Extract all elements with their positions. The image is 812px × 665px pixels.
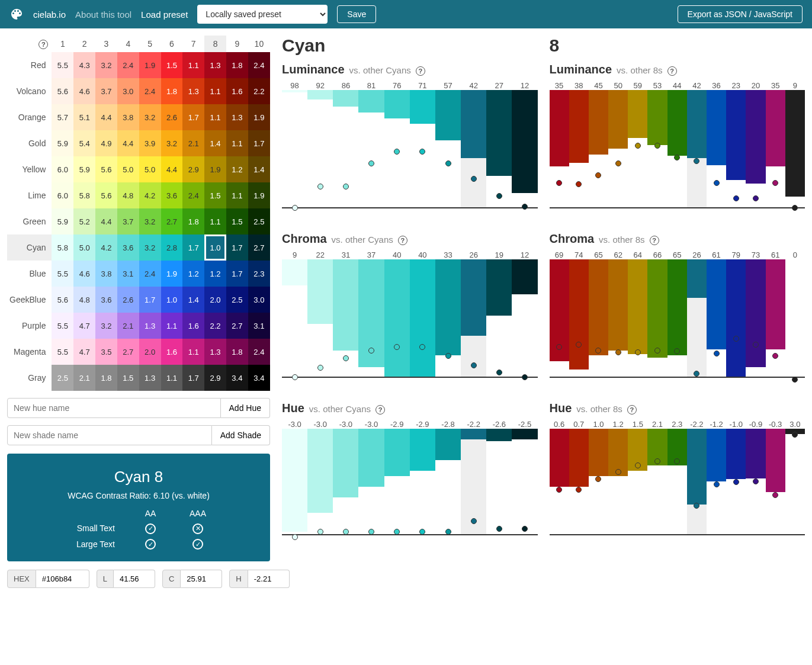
grid-cell[interactable]: 3.4 [248, 365, 270, 391]
grid-cell[interactable]: 1.3 [204, 52, 226, 78]
help-icon[interactable]: ? [416, 66, 425, 76]
grid-cell[interactable]: 1.7 [226, 234, 248, 261]
col-header[interactable]: 3 [95, 36, 117, 52]
grid-cell[interactable]: 1.8 [226, 52, 248, 78]
grid-cell[interactable]: 2.1 [182, 130, 204, 156]
grid-cell[interactable]: 4.6 [73, 261, 95, 287]
chart-bar[interactable] [307, 90, 333, 207]
grid-cell[interactable]: 1.1 [204, 208, 226, 234]
new-hue-input[interactable] [7, 398, 221, 418]
grid-cell[interactable]: 4.8 [117, 182, 139, 208]
chart-bar[interactable] [726, 429, 746, 534]
chart-bar[interactable] [358, 90, 384, 207]
help-icon[interactable]: ? [650, 236, 659, 245]
grid-cell[interactable]: 5.5 [52, 261, 73, 287]
grid-cell[interactable]: 3.0 [117, 78, 139, 104]
col-header[interactable]: 7 [182, 36, 204, 52]
grid-cell[interactable]: 2.4 [117, 52, 139, 78]
grid-cell[interactable]: 1.4 [204, 130, 226, 156]
row-label[interactable]: GeekBlue [7, 287, 52, 313]
grid-cell[interactable]: 3.6 [95, 287, 117, 313]
col-header[interactable]: 6 [161, 36, 183, 52]
grid-cell[interactable]: 1.5 [117, 365, 139, 391]
add-shade-button[interactable]: Add Shade [212, 425, 270, 445]
grid-cell[interactable]: 5.6 [95, 182, 117, 208]
chart-bar[interactable] [384, 90, 410, 207]
chart-bar[interactable] [307, 429, 333, 534]
chart-bar[interactable] [589, 429, 608, 534]
grid-cell[interactable]: 2.4 [139, 261, 161, 287]
grid-cell[interactable]: 1.3 [182, 78, 204, 104]
grid-cell[interactable]: 1.8 [182, 208, 204, 234]
chart-bar[interactable] [687, 90, 707, 207]
grid-cell[interactable]: 1.1 [161, 365, 183, 391]
chart-bar[interactable] [687, 259, 707, 377]
chart-bar[interactable] [512, 259, 537, 377]
chart-bar[interactable] [358, 429, 384, 534]
grid-cell[interactable]: 5.6 [95, 156, 117, 182]
row-label[interactable]: Magenta [7, 339, 52, 365]
grid-cell[interactable]: 2.4 [248, 52, 270, 78]
chart-bar[interactable] [707, 90, 726, 207]
grid-cell[interactable]: 2.0 [204, 287, 226, 313]
chart-bar[interactable] [785, 90, 805, 207]
chart-bar[interactable] [569, 429, 589, 534]
grid-cell[interactable]: 1.5 [226, 208, 248, 234]
chart-bar[interactable] [766, 90, 785, 207]
row-label[interactable]: Blue [7, 261, 52, 287]
chart-bar[interactable] [746, 90, 765, 207]
row-label[interactable]: Volcano [7, 78, 52, 104]
grid-cell[interactable]: 5.2 [73, 208, 95, 234]
grid-cell[interactable]: 3.2 [139, 104, 161, 130]
row-label[interactable]: Lime [7, 182, 52, 208]
grid-cell[interactable]: 4.4 [95, 104, 117, 130]
grid-cell[interactable]: 1.9 [161, 261, 183, 287]
col-header[interactable]: 10 [248, 36, 270, 52]
chart-bar[interactable] [384, 429, 410, 534]
grid-cell[interactable]: 1.2 [204, 261, 226, 287]
grid-cell[interactable]: 1.1 [204, 78, 226, 104]
grid-cell[interactable]: 3.6 [117, 234, 139, 261]
add-hue-button[interactable]: Add Hue [221, 398, 270, 418]
grid-cell[interactable]: 1.7 [139, 287, 161, 313]
help-icon[interactable]: ? [38, 40, 48, 49]
grid-cell[interactable]: 2.3 [248, 261, 270, 287]
chart-bar[interactable] [358, 259, 384, 377]
help-icon[interactable]: ? [667, 66, 677, 76]
grid-cell[interactable]: 1.7 [226, 261, 248, 287]
grid-cell[interactable]: 2.5 [226, 287, 248, 313]
chart-bar[interactable] [307, 259, 333, 377]
new-shade-input[interactable] [7, 425, 212, 445]
chart-bar[interactable] [569, 259, 589, 377]
col-header[interactable]: 4 [117, 36, 139, 52]
chart-bar[interactable] [726, 90, 746, 207]
grid-cell[interactable]: 5.8 [73, 182, 95, 208]
help-icon[interactable]: ? [398, 236, 407, 245]
grid-cell[interactable]: 2.6 [117, 287, 139, 313]
grid-cell[interactable]: 5.1 [73, 104, 95, 130]
grid-cell[interactable]: 1.2 [182, 261, 204, 287]
chart-bar[interactable] [435, 259, 461, 377]
chart-bar[interactable] [746, 429, 765, 534]
chart-bar[interactable] [667, 429, 687, 534]
chart-bar[interactable] [461, 429, 486, 534]
chart-bar[interactable] [435, 429, 461, 534]
grid-cell[interactable]: 1.1 [182, 52, 204, 78]
chart-bar[interactable] [608, 429, 628, 534]
grid-cell[interactable]: 1.5 [204, 182, 226, 208]
chart-bar[interactable] [486, 429, 512, 534]
chart-bar[interactable] [608, 259, 628, 377]
grid-cell[interactable]: 2.1 [117, 313, 139, 339]
grid-cell[interactable]: 2.1 [73, 365, 95, 391]
grid-cell[interactable]: 4.4 [161, 156, 183, 182]
chart-bar[interactable] [333, 429, 358, 534]
chart-bar[interactable] [435, 90, 461, 207]
grid-cell[interactable]: 1.7 [248, 130, 270, 156]
grid-cell[interactable]: 2.7 [226, 313, 248, 339]
grid-cell[interactable]: 1.6 [226, 78, 248, 104]
c-input[interactable] [181, 570, 222, 588]
grid-cell[interactable]: 2.7 [161, 208, 183, 234]
chart-bar[interactable] [569, 90, 589, 207]
chart-bar[interactable] [589, 90, 608, 207]
chart-bar[interactable] [282, 90, 307, 207]
